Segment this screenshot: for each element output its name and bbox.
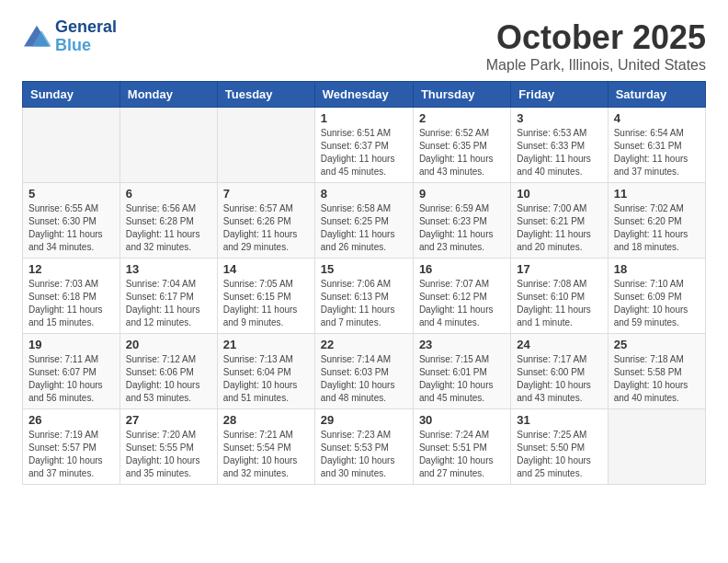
day-info: Sunrise: 7:19 AM Sunset: 5:57 PM Dayligh… (28, 429, 114, 480)
day-number: 10 (517, 187, 601, 201)
logo: General Blue (22, 18, 117, 55)
weekday-header-wednesday: Wednesday (314, 82, 413, 108)
day-cell: 14Sunrise: 7:05 AM Sunset: 6:15 PM Dayli… (217, 259, 314, 334)
day-cell (608, 409, 705, 485)
day-number: 11 (614, 187, 700, 201)
calendar: SundayMondayTuesdayWednesdayThursdayFrid… (22, 81, 706, 485)
day-cell: 18Sunrise: 7:10 AM Sunset: 6:09 PM Dayli… (608, 259, 705, 334)
day-cell: 2Sunrise: 6:52 AM Sunset: 6:35 PM Daylig… (413, 108, 510, 183)
day-number: 7 (223, 187, 309, 201)
month-title: October 2025 (486, 18, 706, 57)
day-info: Sunrise: 6:51 AM Sunset: 6:37 PM Dayligh… (321, 127, 407, 178)
weekday-header-saturday: Saturday (608, 82, 705, 108)
day-info: Sunrise: 7:18 AM Sunset: 5:58 PM Dayligh… (614, 353, 700, 405)
week-row-3: 12Sunrise: 7:03 AM Sunset: 6:18 PM Dayli… (23, 259, 706, 334)
day-info: Sunrise: 7:11 AM Sunset: 6:07 PM Dayligh… (28, 353, 114, 405)
day-cell: 12Sunrise: 7:03 AM Sunset: 6:18 PM Dayli… (23, 259, 120, 334)
day-info: Sunrise: 7:20 AM Sunset: 5:55 PM Dayligh… (126, 429, 211, 480)
day-number: 4 (614, 111, 700, 125)
day-info: Sunrise: 7:21 AM Sunset: 5:54 PM Dayligh… (223, 429, 309, 480)
day-number: 31 (517, 413, 601, 427)
header: General Blue October 2025 Maple Park, Il… (22, 18, 706, 74)
day-info: Sunrise: 6:57 AM Sunset: 6:26 PM Dayligh… (223, 202, 309, 254)
day-cell: 25Sunrise: 7:18 AM Sunset: 5:58 PM Dayli… (608, 334, 705, 409)
day-cell (23, 108, 120, 183)
day-cell: 20Sunrise: 7:12 AM Sunset: 6:06 PM Dayli… (119, 334, 217, 409)
day-cell: 3Sunrise: 6:53 AM Sunset: 6:33 PM Daylig… (511, 108, 608, 183)
day-number: 20 (126, 338, 211, 351)
day-cell: 8Sunrise: 6:58 AM Sunset: 6:25 PM Daylig… (314, 183, 413, 259)
day-number: 13 (126, 262, 211, 276)
day-info: Sunrise: 7:24 AM Sunset: 5:51 PM Dayligh… (419, 429, 505, 480)
day-number: 2 (419, 111, 505, 125)
day-number: 27 (126, 413, 211, 427)
day-info: Sunrise: 7:15 AM Sunset: 6:01 PM Dayligh… (419, 353, 505, 405)
day-number: 28 (223, 413, 309, 427)
day-cell: 22Sunrise: 7:14 AM Sunset: 6:03 PM Dayli… (314, 334, 413, 409)
day-cell: 19Sunrise: 7:11 AM Sunset: 6:07 PM Dayli… (23, 334, 120, 409)
week-row-4: 19Sunrise: 7:11 AM Sunset: 6:07 PM Dayli… (23, 334, 706, 409)
day-number: 22 (321, 338, 407, 351)
day-cell: 10Sunrise: 7:00 AM Sunset: 6:21 PM Dayli… (511, 183, 608, 259)
day-cell: 30Sunrise: 7:24 AM Sunset: 5:51 PM Dayli… (413, 409, 510, 485)
day-number: 8 (321, 187, 407, 201)
day-number: 30 (419, 413, 505, 427)
day-cell (119, 108, 217, 183)
day-info: Sunrise: 7:07 AM Sunset: 6:12 PM Dayligh… (419, 278, 505, 329)
day-info: Sunrise: 7:25 AM Sunset: 5:50 PM Dayligh… (517, 429, 601, 480)
day-cell: 1Sunrise: 6:51 AM Sunset: 6:37 PM Daylig… (314, 108, 413, 183)
day-cell: 28Sunrise: 7:21 AM Sunset: 5:54 PM Dayli… (217, 409, 314, 485)
day-cell: 6Sunrise: 6:56 AM Sunset: 6:28 PM Daylig… (119, 183, 217, 259)
day-info: Sunrise: 7:14 AM Sunset: 6:03 PM Dayligh… (321, 353, 407, 405)
day-cell: 15Sunrise: 7:06 AM Sunset: 6:13 PM Dayli… (314, 259, 413, 334)
day-info: Sunrise: 6:53 AM Sunset: 6:33 PM Dayligh… (517, 127, 601, 178)
logo-text: General Blue (55, 18, 117, 55)
day-cell (217, 108, 314, 183)
day-number: 15 (321, 262, 407, 276)
day-cell: 31Sunrise: 7:25 AM Sunset: 5:50 PM Dayli… (511, 409, 608, 485)
day-cell: 23Sunrise: 7:15 AM Sunset: 6:01 PM Dayli… (413, 334, 510, 409)
day-cell: 21Sunrise: 7:13 AM Sunset: 6:04 PM Dayli… (217, 334, 314, 409)
day-number: 26 (28, 413, 114, 427)
day-number: 19 (28, 338, 114, 351)
day-info: Sunrise: 7:06 AM Sunset: 6:13 PM Dayligh… (321, 278, 407, 329)
day-info: Sunrise: 6:52 AM Sunset: 6:35 PM Dayligh… (419, 127, 505, 178)
day-number: 3 (517, 111, 601, 125)
day-info: Sunrise: 6:58 AM Sunset: 6:25 PM Dayligh… (321, 202, 407, 254)
day-info: Sunrise: 6:59 AM Sunset: 6:23 PM Dayligh… (419, 202, 505, 254)
day-info: Sunrise: 7:08 AM Sunset: 6:10 PM Dayligh… (517, 278, 601, 329)
day-info: Sunrise: 7:00 AM Sunset: 6:21 PM Dayligh… (517, 202, 601, 254)
day-cell: 5Sunrise: 6:55 AM Sunset: 6:30 PM Daylig… (23, 183, 120, 259)
weekday-header-row: SundayMondayTuesdayWednesdayThursdayFrid… (23, 82, 706, 108)
week-row-2: 5Sunrise: 6:55 AM Sunset: 6:30 PM Daylig… (23, 183, 706, 259)
day-number: 14 (223, 262, 309, 276)
day-info: Sunrise: 6:56 AM Sunset: 6:28 PM Dayligh… (126, 202, 211, 254)
week-row-5: 26Sunrise: 7:19 AM Sunset: 5:57 PM Dayli… (23, 409, 706, 485)
day-cell: 29Sunrise: 7:23 AM Sunset: 5:53 PM Dayli… (314, 409, 413, 485)
day-number: 23 (419, 338, 505, 351)
day-cell: 26Sunrise: 7:19 AM Sunset: 5:57 PM Dayli… (23, 409, 120, 485)
day-number: 16 (419, 262, 505, 276)
weekday-header-tuesday: Tuesday (217, 82, 314, 108)
day-number: 9 (419, 187, 505, 201)
title-area: October 2025 Maple Park, Illinois, Unite… (486, 18, 706, 74)
day-info: Sunrise: 7:17 AM Sunset: 6:00 PM Dayligh… (517, 353, 601, 405)
day-cell: 27Sunrise: 7:20 AM Sunset: 5:55 PM Dayli… (119, 409, 217, 485)
weekday-header-thursday: Thursday (413, 82, 510, 108)
day-info: Sunrise: 7:03 AM Sunset: 6:18 PM Dayligh… (28, 278, 114, 329)
day-info: Sunrise: 6:55 AM Sunset: 6:30 PM Dayligh… (28, 202, 114, 254)
day-cell: 16Sunrise: 7:07 AM Sunset: 6:12 PM Dayli… (413, 259, 510, 334)
location-subtitle: Maple Park, Illinois, United States (486, 57, 706, 74)
weekday-header-monday: Monday (119, 82, 217, 108)
day-info: Sunrise: 7:10 AM Sunset: 6:09 PM Dayligh… (614, 278, 700, 329)
day-info: Sunrise: 7:04 AM Sunset: 6:17 PM Dayligh… (126, 278, 211, 329)
day-cell: 13Sunrise: 7:04 AM Sunset: 6:17 PM Dayli… (119, 259, 217, 334)
logo-icon (22, 24, 51, 50)
day-number: 1 (321, 111, 407, 125)
day-number: 25 (614, 338, 700, 351)
weekday-header-friday: Friday (511, 82, 608, 108)
day-info: Sunrise: 7:05 AM Sunset: 6:15 PM Dayligh… (223, 278, 309, 329)
day-cell: 11Sunrise: 7:02 AM Sunset: 6:20 PM Dayli… (608, 183, 705, 259)
day-number: 18 (614, 262, 700, 276)
day-number: 29 (321, 413, 407, 427)
